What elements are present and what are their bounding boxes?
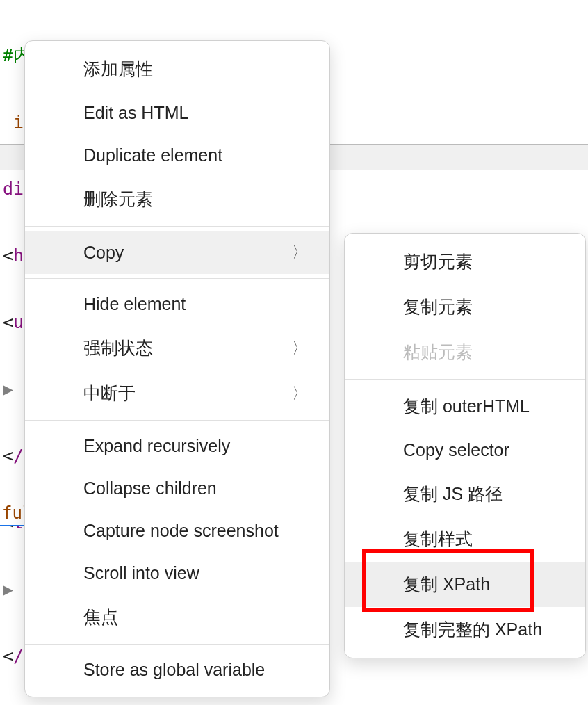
menu-separator <box>25 420 329 421</box>
menu-scroll-into-view[interactable]: Scroll into view <box>25 552 329 594</box>
submenu-copy-js-path[interactable]: 复制 JS 路径 <box>345 471 585 517</box>
menu-edit-as-html[interactable]: Edit as HTML <box>25 92 329 134</box>
menu-copy[interactable]: Copy 〉 <box>25 231 329 274</box>
menu-separator <box>25 226 329 227</box>
menu-delete-element[interactable]: 删除元素 <box>25 177 329 222</box>
menu-separator <box>25 644 329 645</box>
chevron-right-icon: 〉 <box>292 338 307 359</box>
submenu-copy-element[interactable]: 复制元素 <box>345 284 585 330</box>
chevron-right-icon: 〉 <box>292 383 307 404</box>
menu-expand-recursively[interactable]: Expand recursively <box>25 425 329 467</box>
menu-store-global[interactable]: Store as global variable <box>25 649 329 691</box>
menu-separator <box>345 379 585 380</box>
submenu-copy-xpath[interactable]: 复制 XPath <box>345 562 585 607</box>
context-menu[interactable]: 添加属性 Edit as HTML Duplicate element 删除元素… <box>24 40 330 697</box>
submenu-copy-outerhtml[interactable]: 复制 outerHTML <box>345 384 585 429</box>
submenu-cut-element[interactable]: 剪切元素 <box>345 239 585 284</box>
submenu-copy-selector[interactable]: Copy selector <box>345 429 585 471</box>
menu-collapse-children[interactable]: Collapse children <box>25 467 329 510</box>
menu-add-attribute[interactable]: 添加属性 <box>25 47 329 92</box>
menu-separator <box>25 278 329 279</box>
menu-duplicate-element[interactable]: Duplicate element <box>25 134 329 177</box>
submenu-copy-styles[interactable]: 复制样式 <box>345 517 585 562</box>
submenu-copy-full-xpath[interactable]: 复制完整的 XPath <box>345 607 585 652</box>
menu-capture-screenshot[interactable]: Capture node screenshot <box>25 510 329 552</box>
menu-hide-element[interactable]: Hide element <box>25 283 329 325</box>
copy-submenu[interactable]: 剪切元素 复制元素 粘贴元素 复制 outerHTML Copy selecto… <box>344 233 586 658</box>
menu-focus[interactable]: 焦点 <box>25 594 329 640</box>
menu-break-on[interactable]: 中断于 〉 <box>25 371 329 416</box>
submenu-paste-element: 粘贴元素 <box>345 330 585 375</box>
chevron-right-icon: 〉 <box>292 242 307 263</box>
menu-force-state[interactable]: 强制状态 〉 <box>25 325 329 371</box>
